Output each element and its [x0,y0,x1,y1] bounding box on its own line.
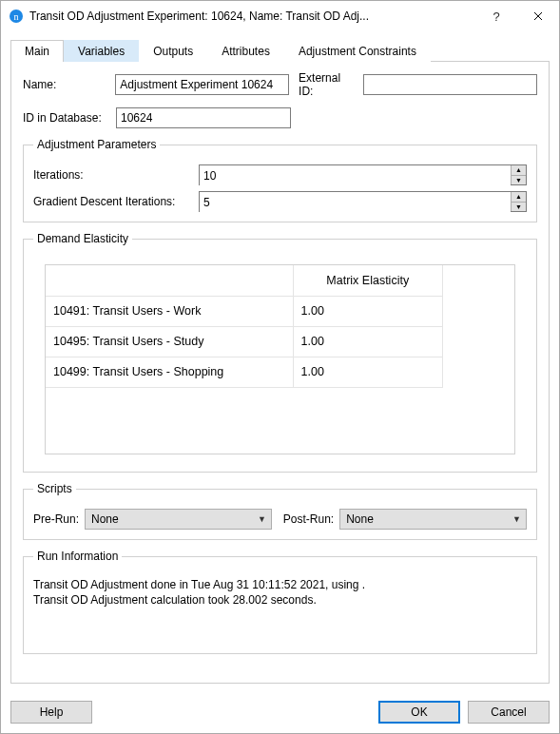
row-scripts: Pre-Run: None ▼ Post-Run: None ▼ [33,509,527,530]
name-label: Name: [23,78,109,91]
elasticity-row-value[interactable]: 1.00 [293,296,443,326]
db-id-input[interactable] [116,107,291,128]
gdi-label: Gradient Descent Iterations: [33,195,193,208]
close-icon [533,11,543,21]
content-area: Main Variables Outputs Attributes Adjust… [1,31,559,693]
elasticity-row-label: 10495: Transit Users - Study [46,326,293,357]
scripts-group: Scripts Pre-Run: None ▼ Post-Run: None ▼ [23,482,537,540]
tab-adjustment-constraints[interactable]: Adjustment Constraints [284,40,431,62]
pre-run-combo[interactable]: None ▼ [85,509,272,530]
external-id-label: External ID: [299,71,357,98]
tab-panel-main: Name: External ID: ID in Database: Adjus… [10,62,550,684]
elasticity-row-label: 10499: Transit Users - Shopping [46,357,293,387]
dialog-footer: Help OK Cancel [1,693,559,733]
ok-button[interactable]: OK [378,701,460,724]
help-title-button[interactable]: ? [475,2,517,30]
elasticity-header-matrix: Matrix Elasticity [293,265,443,296]
tab-variables[interactable]: Variables [64,40,139,62]
name-input[interactable] [115,74,289,95]
iterations-input[interactable] [200,165,511,186]
chevron-down-icon: ▼ [512,514,521,524]
row-dbid: ID in Database: [23,107,537,128]
scripts-legend: Scripts [33,482,76,495]
tab-outputs[interactable]: Outputs [139,40,207,62]
run-information-group: Run Information Transit OD Adjustment do… [23,550,537,654]
gdi-down-button[interactable]: ▼ [512,203,526,212]
iterations-label: Iterations: [33,168,193,182]
pre-run-value: None [91,512,119,526]
adjustment-parameters-legend: Adjustment Parameters [33,138,160,151]
tab-bar: Main Variables Outputs Attributes Adjust… [10,39,550,62]
table-row[interactable]: 10491: Transit Users - Work 1.00 [46,296,443,326]
run-information-legend: Run Information [33,550,122,563]
table-row[interactable]: 10499: Transit Users - Shopping 1.00 [46,357,443,387]
window-title: Transit OD Adjustment Experiment: 10624,… [29,10,475,23]
close-button[interactable] [517,2,559,30]
footer-spacer [100,701,371,724]
elasticity-row-label: 10491: Transit Users - Work [46,296,293,326]
elasticity-row-value[interactable]: 1.00 [293,326,443,357]
external-id-input[interactable] [363,74,537,95]
gdi-input[interactable] [200,192,511,213]
row-iterations: Iterations: ▲ ▼ [33,164,527,185]
adjustment-parameters-group: Adjustment Parameters Iterations: ▲ ▼ Gr… [23,138,537,222]
elasticity-header-blank [46,265,293,296]
elasticity-table-container: Matrix Elasticity 10491: Transit Users -… [45,264,515,454]
help-button[interactable]: Help [10,701,92,724]
gdi-spinner[interactable]: ▲ ▼ [199,191,527,212]
demand-elasticity-group: Demand Elasticity Matrix Elasticity 1049… [23,232,537,473]
tab-main[interactable]: Main [10,40,64,62]
app-icon: n [9,9,24,24]
db-id-label: ID in Database: [23,111,110,125]
gdi-spin-buttons: ▲ ▼ [511,192,526,211]
chevron-down-icon: ▼ [258,514,266,524]
pre-run-label: Pre-Run: [33,512,79,526]
gdi-up-button[interactable]: ▲ [512,192,526,203]
row-name-externalid: Name: External ID: [23,71,537,98]
run-info-line1: Transit OD Adjustment done in Tue Aug 31… [33,578,527,591]
elasticity-header-row: Matrix Elasticity [46,265,443,296]
run-info-line2: Transit OD Adjustment calculation took 2… [33,593,527,607]
svg-text:n: n [14,11,19,22]
demand-elasticity-legend: Demand Elasticity [33,232,132,245]
iterations-spinner[interactable]: ▲ ▼ [199,164,527,185]
elasticity-row-value[interactable]: 1.00 [293,357,443,387]
post-run-value: None [346,512,374,526]
iterations-up-button[interactable]: ▲ [512,165,526,176]
iterations-down-button[interactable]: ▼ [512,176,526,185]
iterations-spin-buttons: ▲ ▼ [511,165,526,184]
elasticity-table: Matrix Elasticity 10491: Transit Users -… [46,265,443,388]
cancel-button[interactable]: Cancel [468,701,550,724]
dialog-window: n Transit OD Adjustment Experiment: 1062… [0,0,560,734]
row-gdi: Gradient Descent Iterations: ▲ ▼ [33,191,527,212]
table-row[interactable]: 10495: Transit Users - Study 1.00 [46,326,443,357]
title-bar: n Transit OD Adjustment Experiment: 1062… [1,1,559,31]
tab-attributes[interactable]: Attributes [207,40,284,62]
post-run-combo[interactable]: None ▼ [339,509,527,530]
post-run-label: Post-Run: [283,512,334,526]
